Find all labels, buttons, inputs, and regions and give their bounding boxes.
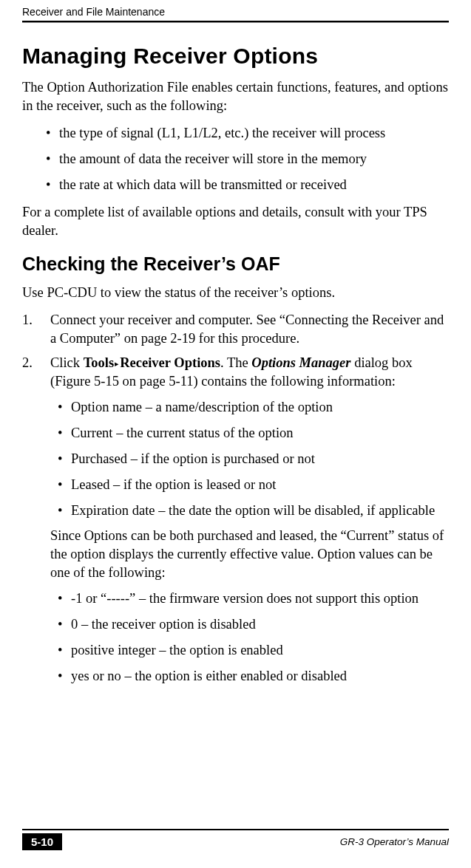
fields-bullet-list: Option name – a name/description of the … [58, 398, 449, 520]
menu-item-name: Receiver Options [120, 355, 220, 370]
page-number: 5-10 [22, 833, 62, 850]
running-header: Receiver and File Maintenance [22, 6, 165, 18]
dialog-name: Options Manager [251, 355, 350, 370]
section-intro: Use PC-CDU to view the status of the rec… [22, 284, 449, 302]
list-item: Option name – a name/description of the … [58, 398, 449, 417]
step-number: 1. [22, 311, 44, 329]
list-item: -1 or “-----” – the firmware version doe… [58, 590, 449, 608]
step-text: Connect your receiver and computer. See … [50, 312, 444, 346]
step-item: 1. Connect your receiver and computer. S… [22, 311, 449, 348]
step-number: 2. [22, 354, 44, 372]
list-item: Current – the current status of the opti… [58, 424, 449, 442]
section-heading: Checking the Receiver’s OAF [22, 253, 449, 275]
page-title: Managing Receiver Options [22, 44, 449, 68]
list-item: Leased – if the option is leased or not [58, 476, 449, 494]
header-rule [22, 21, 449, 23]
list-item: Purchased – if the option is purchased o… [58, 450, 449, 468]
list-item: the amount of data the receiver will sto… [46, 150, 449, 168]
intro-paragraph: The Option Authorization File enables ce… [22, 78, 449, 115]
list-item: the rate at which data will be transmitt… [46, 176, 449, 194]
steps-list: 1. Connect your receiver and computer. S… [22, 311, 449, 686]
list-item: Expiration date – the date the option wi… [58, 502, 449, 520]
since-paragraph: Since Options can be both purchased and … [50, 527, 449, 582]
step-text: Click Tools▸Receiver Options. The Option… [50, 355, 413, 389]
manual-title: GR-3 Operator’s Manual [340, 836, 449, 847]
list-item: 0 – the receiver option is disabled [58, 615, 449, 634]
list-item: positive integer – the option is enabled [58, 641, 449, 660]
footer-rule [22, 829, 449, 830]
text-fragment: . The [220, 355, 251, 370]
menu-name: Tools [84, 355, 114, 370]
list-item: the type of signal (L1, L1/L2, etc.) the… [46, 124, 449, 143]
list-item: yes or no – the option is either enabled… [58, 667, 449, 686]
page-footer: 5-10 GR-3 Operator’s Manual [0, 829, 471, 850]
values-bullet-list: -1 or “-----” – the firmware version doe… [58, 590, 449, 686]
menu-arrow-icon: ▸ [114, 359, 120, 368]
step-item: 2. Click Tools▸Receiver Options. The Opt… [22, 354, 449, 686]
intro-tail-paragraph: For a complete list of available options… [22, 203, 449, 240]
text-fragment: Click [50, 355, 84, 370]
intro-bullet-list: the type of signal (L1, L1/L2, etc.) the… [46, 124, 449, 194]
